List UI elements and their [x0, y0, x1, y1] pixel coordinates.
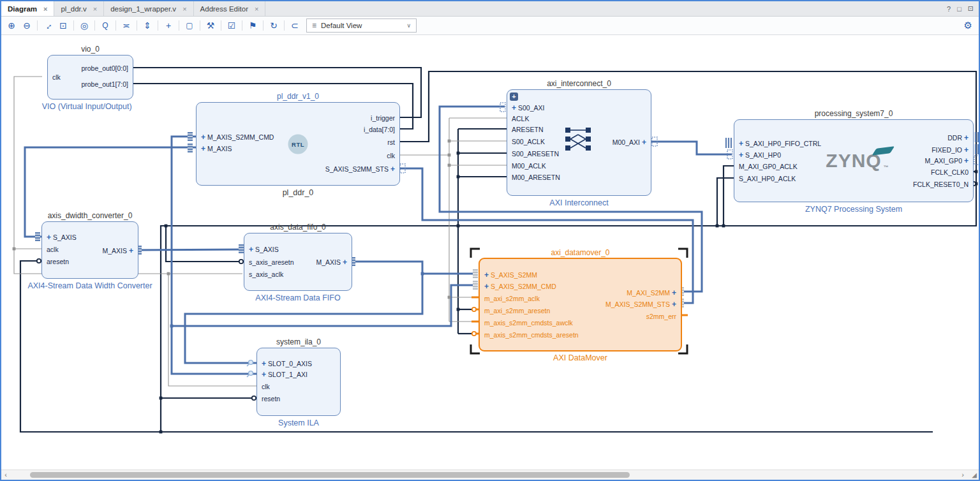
expand-hierarchy-icon[interactable]: ⇕	[141, 19, 154, 32]
expand-plus-icon[interactable]: +	[201, 144, 207, 153]
port-probe-out0[interactable]: probe_out0[0:0]	[81, 63, 128, 73]
port-aresetn[interactable]: aresetn	[47, 256, 69, 267]
port-s-axis-s2mm[interactable]: +S_AXIS_S2MM	[484, 270, 537, 280]
port-s-axis-aresetn[interactable]: s_axis_aresetn	[249, 257, 294, 267]
port-m-axi-s2mm[interactable]: M_AXI_S2MM+	[627, 288, 676, 298]
port-s-axi-hp0[interactable]: +S_AXI_HP0	[739, 150, 781, 160]
scrollbar-thumb[interactable]	[30, 472, 630, 478]
expand-plus-icon[interactable]: +	[201, 133, 207, 142]
zoom-to-selection-icon[interactable]: ⊡	[57, 19, 70, 32]
ip-block-processing-system7-0[interactable]: processing_system7_0 ZYNQ7 Processing Sy…	[734, 119, 974, 202]
expand-plus-icon[interactable]: +	[341, 258, 347, 267]
port-m00-aresetn[interactable]: M00_ARESETN	[512, 172, 560, 182]
zoom-out-icon[interactable]: ⊖	[20, 19, 33, 32]
port-m-axis[interactable]: M_AXIS+	[102, 246, 133, 256]
ip-block-axi-datamover-0[interactable]: axi_datamover_0 AXI DataMover +S_AXIS_S2…	[479, 258, 682, 352]
regenerate-layout-icon[interactable]: ↻	[267, 19, 280, 32]
port-m-axis[interactable]: +M_AXIS	[201, 144, 232, 154]
ip-block-axi-interconnect-0[interactable]: axi_interconnect_0 AXI Interconnect + +S…	[507, 89, 651, 196]
zoom-in-icon[interactable]: ⊕	[5, 19, 18, 32]
port-m-axis[interactable]: M_AXIS+	[316, 257, 347, 267]
port-fixed-io[interactable]: FIXED_IO+	[932, 145, 969, 155]
zoom-fit-icon[interactable]: ↔	[39, 17, 57, 34]
horizontal-scrollbar[interactable]: ‹ › ◢	[1, 470, 979, 480]
pin-icon[interactable]: ⚑	[246, 19, 259, 32]
settings-gear-icon[interactable]: ⚙	[964, 20, 975, 31]
expand-plus-icon[interactable]: +	[739, 139, 745, 148]
view-selector-dropdown[interactable]: ≡ Default View ∨	[306, 18, 417, 33]
add-ip-icon[interactable]: +	[162, 19, 175, 32]
expand-plus-icon[interactable]: +	[670, 288, 676, 297]
ip-block-system-ila-0[interactable]: system_ila_0 System ILA +SLOT_0_AXIS +SL…	[256, 348, 341, 416]
autoroute-icon[interactable]: ⊂	[288, 19, 301, 32]
search-icon[interactable]: Q	[99, 19, 112, 32]
expand-plus-icon[interactable]: +	[962, 145, 969, 154]
ip-block-axis-dwidth-converter-0[interactable]: axis_dwidth_converter_0 AXI4-Stream Data…	[41, 221, 138, 279]
help-icon[interactable]: ?	[947, 5, 951, 13]
collapse-hierarchy-icon[interactable]: ≍	[120, 19, 133, 32]
fit-selection-icon[interactable]: ◎	[78, 19, 91, 32]
port-m00-axi[interactable]: M00_AXI+	[612, 137, 646, 147]
port-s00-aclk[interactable]: S00_ACLK	[512, 137, 545, 147]
expand-plus-icon[interactable]: +	[962, 133, 969, 142]
port-clk[interactable]: clk	[52, 72, 61, 82]
port-slot-1-axi[interactable]: +SLOT_1_AXI	[262, 369, 308, 380]
port-probe-out1[interactable]: probe_out1[7:0]	[81, 79, 128, 89]
port-m-axis-s2mm-cmdsts-aresetn[interactable]: m_axis_s2mm_cmdsts_aresetn	[484, 330, 579, 340]
port-s00-aresetn[interactable]: S00_ARESETN	[512, 149, 559, 159]
expand-plus-icon[interactable]: +	[262, 370, 268, 379]
port-m-axi-s2mm-aresetn[interactable]: m_axi_s2mm_aresetn	[484, 306, 550, 316]
expand-plus-icon[interactable]: +	[670, 300, 676, 309]
port-fclk-clk0[interactable]: FCLK_CLK0	[931, 167, 969, 177]
ip-block-vio-0[interactable]: vio_0 VIO (Virtual Input/Output) clk pro…	[47, 55, 133, 100]
port-m-axis-s2mm-sts[interactable]: M_AXIS_S2MM_STS+	[605, 299, 676, 309]
port-aclk[interactable]: aclk	[47, 244, 59, 255]
port-clk[interactable]: clk	[387, 151, 395, 161]
expand-plus-icon[interactable]: +	[640, 138, 646, 147]
validate-design-icon[interactable]: ☑	[225, 19, 238, 32]
scroll-right-icon[interactable]: ›	[958, 470, 967, 480]
port-s-axis[interactable]: +S_AXIS	[249, 244, 279, 255]
port-m-axi-gp0[interactable]: M_AXI_GP0+	[925, 156, 969, 166]
expand-plus-icon[interactable]: +	[249, 245, 255, 254]
port-aclk[interactable]: ACLK	[512, 114, 529, 124]
port-clk[interactable]: clk	[262, 381, 270, 392]
port-s2mm-err[interactable]: s2mm_err	[646, 311, 676, 322]
port-resetn[interactable]: resetn	[262, 394, 280, 404]
expand-plus-icon[interactable]: +	[389, 165, 395, 174]
make-external-icon[interactable]: ▢	[183, 19, 196, 32]
port-m-axi-gp0-aclk[interactable]: M_AXI_GP0_ACLK	[739, 161, 798, 172]
port-slot-0-axis[interactable]: +SLOT_0_AXIS	[262, 359, 312, 369]
port-aresetn[interactable]: ARESETN	[512, 124, 544, 135]
expand-plus-icon[interactable]: +	[962, 156, 969, 165]
tab-address-editor[interactable]: Address Editor×	[194, 1, 266, 16]
port-ddr[interactable]: DDR+	[947, 133, 969, 143]
expand-plus-icon[interactable]: +	[47, 233, 53, 242]
tab-pl-ddr-v[interactable]: pl_ddr.v×	[54, 1, 104, 16]
tab-diagram[interactable]: Diagram×	[1, 1, 54, 16]
tab-design-1-wrapper-v[interactable]: design_1_wrapper.v×	[104, 1, 193, 16]
close-icon[interactable]: ×	[255, 5, 258, 13]
port-s-axis[interactable]: +S_AXIS	[47, 232, 77, 242]
port-s-axis-aclk[interactable]: s_axis_aclk	[249, 269, 283, 279]
expand-plus-icon[interactable]: +	[127, 246, 133, 255]
customize-block-icon[interactable]: ⚒	[204, 19, 217, 32]
float-icon[interactable]: ⊡	[968, 4, 974, 13]
port-i-trigger[interactable]: i_trigger	[371, 113, 395, 123]
expand-plus-icon[interactable]: +	[262, 359, 268, 368]
scroll-left-icon[interactable]: ‹	[1, 470, 10, 480]
port-m-axis-s2mm-cmdsts-awclk[interactable]: m_axis_s2mm_cmdsts_awclk	[484, 318, 573, 328]
port-s-axi-hp0-fifo-ctrl[interactable]: +S_AXI_HP0_FIFO_CTRL	[739, 138, 821, 149]
port-fclk-reset0-n[interactable]: FCLK_RESET0_N	[913, 179, 969, 189]
close-icon[interactable]: ×	[43, 5, 47, 13]
port-s00-axi[interactable]: +S00_AXI	[512, 103, 544, 113]
expand-plus-icon[interactable]: +	[484, 282, 491, 291]
port-m-axi-s2mm-aclk[interactable]: m_axi_s2mm_aclk	[484, 293, 540, 304]
port-i-data[interactable]: i_data[7:0]	[364, 124, 395, 135]
port-m00-aclk[interactable]: M00_ACLK	[512, 161, 546, 171]
port-s-axi-hp0-aclk[interactable]: S_AXI_HP0_ACLK	[739, 174, 796, 184]
expand-plus-icon[interactable]: +	[739, 151, 745, 159]
maximize-icon[interactable]: □	[957, 5, 961, 13]
port-s-axis-s2mm-sts[interactable]: S_AXIS_S2MM_STS+	[325, 164, 395, 174]
port-rst[interactable]: rst	[387, 137, 395, 147]
